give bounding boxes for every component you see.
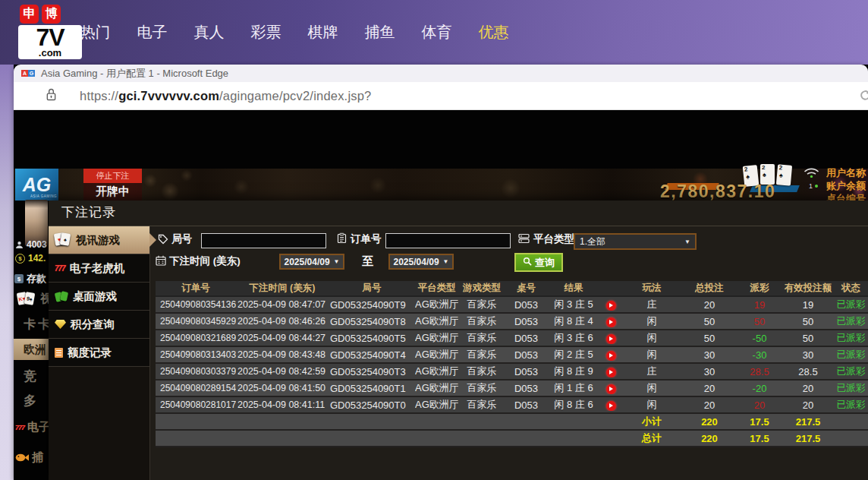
nav-item-hot[interactable]: 热门 — [67, 22, 124, 43]
url-path: /agingame/pcv2/index.jsp? — [219, 89, 371, 103]
table-row: 250409080345929 2025-04-09 08:46:26 GD05… — [156, 314, 868, 330]
sidebar-item-points-query[interactable]: 积分查询 — [49, 311, 149, 339]
cell-result: 闲 3 庄 6 — [547, 331, 600, 345]
chevron-down-icon: ▼ — [334, 258, 340, 265]
cell-result: 闲 8 庄 6 — [547, 398, 600, 412]
nav-item-lottery[interactable]: 彩票 — [237, 22, 294, 43]
subtotal-row: 小计 220 17.5 217.5 — [156, 414, 868, 431]
date-to-connector: 至 — [362, 254, 373, 269]
subtotal-valid-bet: 217.5 — [782, 416, 834, 428]
col-status: 状态 — [834, 282, 868, 295]
cell-game-type: 百家乐 — [458, 298, 505, 311]
replay-icon[interactable] — [606, 401, 616, 411]
cell-order: 250409080321689 — [156, 333, 236, 343]
cell-platform: AG欧洲厅 — [415, 331, 458, 345]
round-id-input[interactable] — [201, 233, 326, 248]
browser-window: AG Asia Gaming - 用户配置 1 - Microsoft Edge… — [14, 65, 868, 480]
cell-platform: AG欧洲厅 — [415, 298, 458, 311]
cell-replay — [600, 298, 621, 311]
table-rows: 250409080354136 2025-04-09 08:47:07 GD05… — [156, 297, 868, 414]
bg-menu-video[interactable]: K♥9♠ 视 — [17, 292, 52, 307]
cell-valid-bet: 30 — [782, 349, 834, 361]
deposit-link[interactable]: $ 存款 — [14, 272, 46, 286]
nav-item-boardgames[interactable]: 棋牌 — [294, 22, 351, 43]
subtotal-total-bet: 220 — [682, 416, 737, 428]
balance-display: 2,780,837.10 — [660, 182, 775, 202]
cell-platform: AG欧洲厅 — [415, 365, 458, 378]
bg-menu-duo[interactable]: 多 — [24, 392, 36, 409]
cell-order: 250409080289154 — [156, 383, 236, 393]
window-favicon-icon: AG — [21, 70, 35, 77]
cell-game-type: 百家乐 — [458, 314, 505, 328]
cell-total-bet: 30 — [682, 366, 737, 377]
col-payout: 派彩 — [737, 282, 782, 295]
cell-replay — [600, 315, 621, 327]
cell-bet-time: 2025-04-09 08:44:27 — [236, 333, 329, 343]
table-row: 250409080321689 2025-04-09 08:44:27 GD05… — [156, 330, 868, 347]
replay-icon[interactable] — [606, 351, 616, 361]
bg-menu-slots[interactable]: 777 电子 — [15, 420, 50, 434]
cell-result: 闲 1 庄 6 — [547, 381, 600, 395]
table-row: 250409080313403 2025-04-09 08:43:48 GD05… — [156, 347, 868, 364]
bg-menu-jing[interactable]: 竞 — [24, 368, 36, 385]
replay-icon[interactable] — [606, 384, 616, 394]
replay-icon[interactable] — [606, 368, 616, 377]
page-content: AG ASIA GAMING 停止下注 开牌中 4003 $ 142. $ 存款… — [14, 110, 868, 480]
platform-type-select[interactable]: 1.全部 ▼ — [574, 233, 697, 250]
cell-table-no: D053 — [505, 366, 547, 377]
nav-item-promos[interactable]: 优惠 — [465, 22, 522, 43]
cell-status: 已派彩 — [834, 365, 868, 378]
cell-table-no: D053 — [505, 316, 547, 327]
cell-table-no: D053 — [505, 399, 547, 411]
replay-icon[interactable] — [606, 334, 616, 344]
grand-total-valid-bet: 217.5 — [782, 433, 834, 444]
bet-table: 订单号 下注时间 (美东) 局号 平台类型 游戏类型 桌号 结果 玩法 总投注 … — [156, 281, 868, 447]
col-result: 结果 — [547, 282, 600, 295]
url-text[interactable]: https://gci.7vvvvvv.com/agingame/pcv2/in… — [80, 89, 371, 103]
cell-total-bet: 20 — [682, 383, 737, 394]
cell-valid-bet: 50 — [782, 316, 834, 327]
replay-icon[interactable] — [606, 301, 616, 311]
table-row: 250409080303379 2025-04-09 08:42:59 GD05… — [156, 364, 868, 381]
chevron-down-icon: ▼ — [443, 258, 449, 265]
cell-bet-time: 2025-04-09 08:42:59 — [236, 366, 329, 377]
cell-bet-time: 2025-04-09 08:46:26 — [236, 316, 329, 327]
table-header: 订单号 下注时间 (美东) 局号 平台类型 游戏类型 桌号 结果 玩法 总投注 … — [156, 281, 868, 297]
window-titlebar[interactable]: AG Asia Gaming - 用户配置 1 - Microsoft Edge — [14, 65, 868, 82]
cell-round: GD053254090T9 — [329, 299, 415, 311]
cell-table-no: D053 — [505, 349, 547, 361]
sidebar-item-slot-machines[interactable]: 777 电子老虎机 — [49, 254, 149, 283]
nav-item-sports[interactable]: 体育 — [408, 22, 465, 43]
url-domain: gci.7vvvvvv.com — [118, 89, 219, 103]
cell-play: 庄 — [621, 298, 682, 311]
bg-menu-fishing[interactable]: 捕 — [15, 450, 43, 465]
cell-platform: AG欧洲厅 — [415, 381, 458, 395]
cell-bet-time: 2025-04-09 08:47:07 — [236, 299, 329, 310]
cell-order: 250409080281017 — [156, 399, 236, 410]
sidebar-item-table-games[interactable]: 桌面游戏 — [49, 283, 149, 311]
nav-item-live[interactable]: 真人 — [181, 22, 237, 43]
search-button[interactable]: 查询 — [514, 253, 563, 272]
grand-total-row: 总计 220 17.5 217.5 — [156, 431, 868, 447]
cell-valid-bet: 20 — [782, 383, 834, 394]
cell-payout: -30 — [737, 349, 782, 361]
dealing-status: 开牌中 — [83, 183, 142, 201]
cell-table-no: D053 — [505, 383, 547, 394]
address-bar[interactable]: https://gci.7vvvvvv.com/agingame/pcv2/in… — [14, 82, 868, 110]
cell-status: 已派彩 — [834, 332, 868, 345]
sidebar-item-quota-records[interactable]: 额度记录 — [49, 339, 149, 367]
sidebar-item-video-games[interactable]: ♥♠ 视讯游戏 — [49, 226, 149, 254]
cell-replay — [600, 349, 621, 361]
cell-valid-bet: 19 — [782, 299, 834, 311]
order-id-input[interactable] — [385, 233, 511, 248]
cell-game-type: 百家乐 — [458, 348, 505, 362]
nav-item-fishing[interactable]: 捕鱼 — [351, 22, 408, 43]
replay-icon[interactable] — [606, 317, 616, 327]
nav-item-slots[interactable]: 电子 — [124, 22, 181, 43]
cell-bet-time: 2025-04-09 08:41:50 — [236, 383, 329, 393]
cell-game-type: 百家乐 — [458, 365, 505, 378]
date-from-select[interactable]: 2025/04/09 ▼ — [279, 254, 344, 270]
date-to-select[interactable]: 2025/04/09 ▼ — [388, 254, 454, 270]
cell-order: 250409080354136 — [156, 299, 236, 310]
reload-icon[interactable] — [859, 89, 868, 105]
